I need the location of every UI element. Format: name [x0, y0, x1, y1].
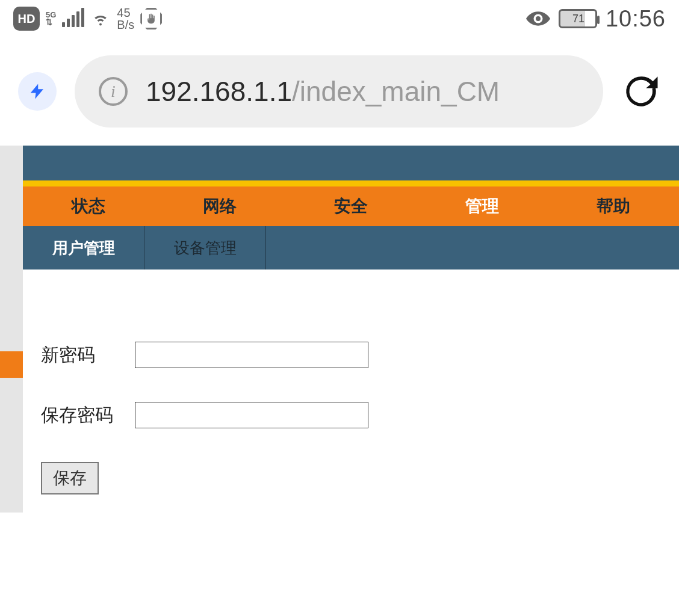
accent-line	[23, 180, 679, 186]
input-new-password[interactable]	[135, 342, 368, 368]
sub-nav: 用户管理 设备管理	[23, 226, 679, 270]
speed-value: 45	[117, 7, 130, 19]
clock: 10:56	[606, 6, 666, 32]
eye-icon	[526, 11, 550, 26]
hd-badge-icon: HD	[13, 7, 40, 31]
battery-icon: 71	[559, 9, 597, 28]
url-text: 192.168.1.1/index_main_CM	[146, 75, 500, 108]
svg-point-0	[536, 16, 541, 21]
subtab-device-manage[interactable]: 设备管理	[144, 226, 266, 270]
status-left-group: HD 5G ⇅ 45 B/s	[13, 7, 162, 31]
cellular-signal-icon	[62, 10, 84, 27]
url-host: 192.168.1.1	[146, 76, 292, 107]
browser-toolbar: i 192.168.1.1/index_main_CM	[0, 37, 679, 146]
subtab-user-manage[interactable]: 用户管理	[23, 226, 144, 270]
left-gutter	[0, 146, 23, 513]
tab-help[interactable]: 帮助	[548, 186, 679, 226]
header-band	[23, 146, 679, 180]
input-confirm-password[interactable]	[135, 402, 368, 428]
side-marker-icon	[0, 351, 23, 378]
battery-percent: 71	[572, 13, 584, 25]
row-new-password: 新密码	[41, 342, 661, 368]
tab-status[interactable]: 状态	[23, 186, 154, 226]
network-type-icon: 5G ⇅	[46, 11, 56, 26]
status-right-group: 71 10:56	[526, 6, 666, 32]
speed-unit: B/s	[117, 19, 134, 31]
row-confirm-password: 保存密码	[41, 402, 661, 428]
content-area: 新密码 保存密码 保存	[23, 270, 679, 513]
save-button[interactable]: 保存	[41, 462, 99, 494]
label-new-password: 新密码	[41, 343, 118, 368]
network-arrows-icon: ⇅	[46, 19, 52, 26]
phone-status-bar: HD 5G ⇅ 45 B/s 71 10:56	[0, 0, 679, 37]
tab-network[interactable]: 网络	[154, 186, 285, 226]
data-speed-indicator: 45 B/s	[117, 7, 134, 31]
amp-bolt-icon[interactable]	[18, 72, 57, 111]
wifi-icon	[90, 10, 111, 27]
tab-security[interactable]: 安全	[285, 186, 417, 226]
tab-manage[interactable]: 管理	[417, 186, 548, 226]
reload-icon[interactable]	[621, 72, 661, 111]
label-confirm-password: 保存密码	[41, 403, 118, 428]
main-nav: 状态 网络 安全 管理 帮助	[23, 186, 679, 226]
address-bar[interactable]: i 192.168.1.1/index_main_CM	[75, 55, 603, 128]
url-path: /index_main_CM	[292, 76, 500, 107]
site-info-icon[interactable]: i	[99, 77, 128, 106]
blocker-icon	[140, 8, 162, 29]
